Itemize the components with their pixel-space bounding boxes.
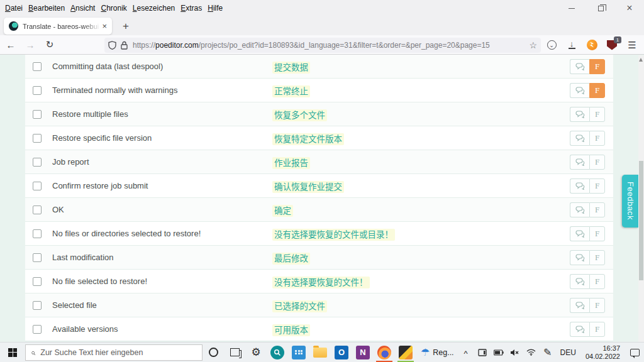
menu-lesezeichen[interactable]: Lesezeichen xyxy=(133,2,180,14)
menu-extras[interactable]: Extras xyxy=(180,2,208,14)
fuzzy-badge[interactable]: F xyxy=(589,250,605,265)
close-button[interactable]: × xyxy=(615,0,644,16)
row-checkbox[interactable] xyxy=(33,325,42,334)
onenote-button[interactable]: N xyxy=(352,343,374,362)
page-scrollbar[interactable] xyxy=(638,55,644,342)
comment-button[interactable] xyxy=(570,131,589,146)
app-menu-icon[interactable]: ☰ xyxy=(625,38,639,52)
menu-datei[interactable]: Datei xyxy=(5,2,28,14)
start-button[interactable] xyxy=(0,343,25,362)
row-checkbox[interactable] xyxy=(33,206,42,214)
term-text[interactable]: OK xyxy=(52,205,272,214)
translation-text[interactable]: 确定 xyxy=(272,205,293,217)
comment-button[interactable] xyxy=(570,298,589,313)
outlook-button[interactable]: O xyxy=(331,343,352,362)
menu-hilfe[interactable]: Hilfe xyxy=(208,2,228,14)
menu-bearbeiten[interactable]: Bearbeiten xyxy=(28,2,70,14)
fuzzy-badge[interactable]: F xyxy=(589,322,605,337)
translation-text[interactable]: 恢复多个文件 xyxy=(272,109,327,121)
feedback-button[interactable]: Feedback xyxy=(622,175,638,228)
row-checkbox[interactable] xyxy=(33,182,42,190)
wifi-icon[interactable] xyxy=(523,343,540,362)
fuzzy-badge[interactable]: F xyxy=(589,107,605,122)
taskbar-search-input[interactable]: ⌕ Zur Suche Text hier eingeben xyxy=(25,344,203,361)
pen-workspace-icon[interactable]: ✎ xyxy=(540,343,556,362)
translation-text[interactable]: 没有选择要恢复的文件或目录！ xyxy=(272,229,395,241)
battery-icon[interactable] xyxy=(491,343,507,362)
fuzzy-badge[interactable]: F xyxy=(589,226,605,241)
term-text[interactable]: Job report xyxy=(52,157,272,167)
company-app-button[interactable] xyxy=(288,343,309,362)
scrollbar-thumb[interactable] xyxy=(639,161,643,280)
term-text[interactable]: Last modification xyxy=(52,253,272,262)
fuzzy-badge[interactable]: F xyxy=(589,59,605,74)
comment-button[interactable] xyxy=(570,83,589,98)
term-text[interactable]: Confirm restore job submit xyxy=(52,181,272,190)
fuzzy-badge[interactable]: F xyxy=(589,155,605,170)
fuzzy-badge[interactable]: F xyxy=(589,83,605,98)
row-checkbox[interactable] xyxy=(33,301,42,310)
fuzzy-badge[interactable]: F xyxy=(589,298,605,313)
tablet-mode-icon[interactable] xyxy=(474,343,491,362)
weather-widget[interactable]: ☂ Reg... xyxy=(421,346,454,358)
term-text[interactable]: No files or directories selected to rest… xyxy=(52,229,272,238)
task-view-button[interactable] xyxy=(224,343,245,362)
ublock-extension-icon[interactable]: 1 xyxy=(605,38,619,52)
term-text[interactable]: Restore multiple files xyxy=(52,109,272,119)
forward-button[interactable]: → xyxy=(21,36,39,53)
comment-button[interactable] xyxy=(570,155,589,170)
term-text[interactable]: Selected file xyxy=(52,300,272,310)
new-tab-button[interactable]: + xyxy=(118,19,133,34)
translation-text[interactable]: 可用版本 xyxy=(272,324,310,336)
translation-text[interactable]: 作业报告 xyxy=(272,157,310,169)
translation-text[interactable]: 没有选择要恢复的文件！ xyxy=(272,277,370,288)
tab-close-icon[interactable]: × xyxy=(101,21,108,31)
scroll-up-arrow[interactable] xyxy=(639,58,643,62)
reload-button[interactable]: ↻ xyxy=(41,36,58,53)
term-text[interactable]: Available versions xyxy=(52,324,272,334)
comment-button[interactable] xyxy=(570,202,589,217)
comment-button[interactable] xyxy=(570,107,589,122)
comment-button[interactable] xyxy=(570,226,589,241)
lock-icon[interactable] xyxy=(121,41,128,50)
keyboard-language[interactable]: DEU xyxy=(556,348,580,357)
row-checkbox[interactable] xyxy=(33,134,42,143)
pocket-icon[interactable]: ⌄ xyxy=(545,38,558,52)
restore-button[interactable] xyxy=(586,0,615,16)
dev-app-button[interactable] xyxy=(395,343,416,362)
clock[interactable]: 16:37 04.02.2022 xyxy=(580,344,625,361)
volume-muted-icon[interactable] xyxy=(507,343,523,362)
url-bar[interactable]: https://poeditor.com/projects/po_edit?id… xyxy=(104,38,541,53)
row-checkbox[interactable] xyxy=(33,110,42,119)
fuzzy-badge[interactable]: F xyxy=(589,131,605,146)
tracking-shield-icon[interactable] xyxy=(108,41,116,50)
translation-text[interactable]: 正常终止 xyxy=(272,85,310,97)
menu-chronik[interactable]: Chronik xyxy=(101,2,132,14)
search-app-button[interactable] xyxy=(267,343,288,362)
action-center-button[interactable] xyxy=(625,343,644,362)
extension-orange-icon[interactable] xyxy=(585,38,599,52)
row-checkbox[interactable] xyxy=(33,158,42,167)
firefox-button[interactable] xyxy=(374,343,395,362)
row-checkbox[interactable] xyxy=(33,253,42,262)
minimize-button[interactable] xyxy=(557,0,586,16)
translation-text[interactable]: 确认恢复作业提交 xyxy=(272,181,344,193)
row-checkbox[interactable] xyxy=(33,86,42,95)
term-text[interactable]: Restore specific file version xyxy=(52,133,272,143)
tab-translate[interactable]: Translate - bareos-webui - Chines × xyxy=(4,18,112,35)
translation-text[interactable]: 已选择的文件 xyxy=(272,300,327,312)
back-button[interactable]: ← xyxy=(2,36,19,53)
translation-text[interactable]: 恢复特定文件版本 xyxy=(272,133,344,145)
fuzzy-badge[interactable]: F xyxy=(589,274,605,289)
comment-button[interactable] xyxy=(570,178,589,194)
bookmark-star-icon[interactable]: ☆ xyxy=(529,40,537,50)
settings-app-button[interactable]: ⚙ xyxy=(245,343,267,362)
term-text[interactable]: Committing data (last despool) xyxy=(52,62,272,71)
row-checkbox[interactable] xyxy=(33,229,42,238)
translation-text[interactable]: 最后修改 xyxy=(272,253,310,265)
menu-ansicht[interactable]: Ansicht xyxy=(70,2,101,14)
translation-text[interactable]: 提交数据 xyxy=(272,62,310,74)
row-checkbox[interactable] xyxy=(33,62,42,71)
term-text[interactable]: No file selected to restore! xyxy=(52,277,272,286)
row-checkbox[interactable] xyxy=(33,277,42,286)
